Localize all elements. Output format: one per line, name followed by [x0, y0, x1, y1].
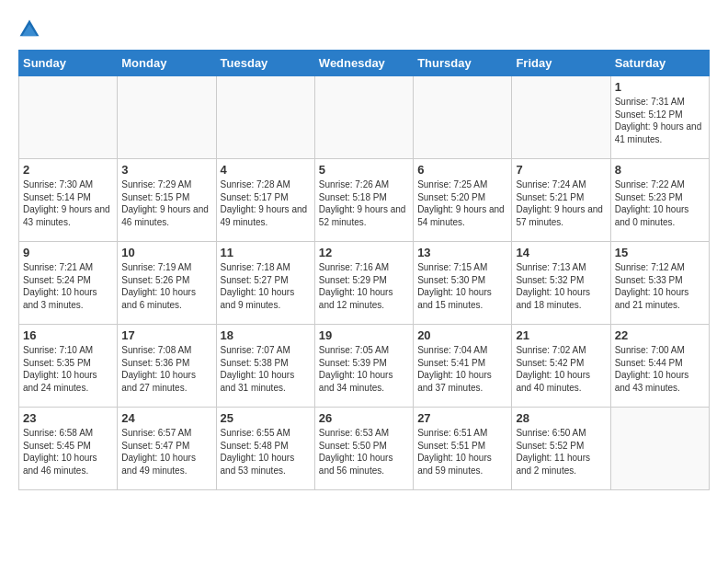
header-tuesday: Tuesday	[216, 51, 314, 76]
logo-icon	[18, 18, 40, 40]
day-number: 7	[516, 163, 606, 177]
calendar-cell: 1Sunrise: 7:31 AM Sunset: 5:12 PM Daylig…	[610, 76, 709, 159]
calendar-cell: 6Sunrise: 7:25 AM Sunset: 5:20 PM Daylig…	[414, 159, 512, 242]
day-info: Sunrise: 7:24 AM Sunset: 5:21 PM Dayligh…	[516, 178, 606, 228]
day-number: 11	[221, 246, 311, 259]
calendar-cell	[414, 76, 512, 159]
calendar-cell: 13Sunrise: 7:15 AM Sunset: 5:30 PM Dayli…	[414, 242, 512, 325]
day-info: Sunrise: 7:18 AM Sunset: 5:27 PM Dayligh…	[221, 261, 311, 311]
day-info: Sunrise: 7:29 AM Sunset: 5:15 PM Dayligh…	[121, 178, 211, 228]
calendar-cell	[216, 76, 314, 159]
day-info: Sunrise: 7:08 AM Sunset: 5:36 PM Dayligh…	[121, 344, 211, 394]
day-number: 5	[319, 163, 409, 177]
day-info: Sunrise: 7:05 AM Sunset: 5:39 PM Dayligh…	[319, 344, 409, 394]
day-number: 26	[319, 411, 409, 425]
logo	[18, 18, 44, 40]
day-info: Sunrise: 7:22 AM Sunset: 5:23 PM Dayligh…	[615, 178, 705, 228]
week-row-2: 2Sunrise: 7:30 AM Sunset: 5:14 PM Daylig…	[19, 159, 710, 242]
header-saturday: Saturday	[610, 51, 709, 76]
day-number: 12	[319, 246, 409, 259]
calendar-cell	[19, 76, 118, 159]
day-info: Sunrise: 7:13 AM Sunset: 5:32 PM Dayligh…	[516, 261, 606, 311]
day-info: Sunrise: 6:50 AM Sunset: 5:52 PM Dayligh…	[516, 427, 606, 477]
day-number: 14	[516, 246, 606, 259]
day-info: Sunrise: 7:10 AM Sunset: 5:35 PM Dayligh…	[23, 344, 113, 394]
day-info: Sunrise: 7:31 AM Sunset: 5:12 PM Dayligh…	[615, 96, 705, 145]
day-number: 3	[121, 163, 211, 177]
day-number: 18	[221, 328, 311, 342]
day-number: 24	[121, 411, 211, 425]
calendar-cell: 10Sunrise: 7:19 AM Sunset: 5:26 PM Dayli…	[118, 242, 216, 325]
calendar: SundayMondayTuesdayWednesdayThursdayFrid…	[18, 50, 710, 490]
day-number: 22	[615, 328, 705, 342]
calendar-cell: 15Sunrise: 7:12 AM Sunset: 5:33 PM Dayli…	[610, 242, 709, 325]
calendar-cell	[512, 76, 610, 159]
day-info: Sunrise: 7:19 AM Sunset: 5:26 PM Dayligh…	[121, 261, 211, 311]
day-number: 13	[417, 246, 507, 259]
calendar-header-row: SundayMondayTuesdayWednesdayThursdayFrid…	[19, 51, 710, 76]
header-monday: Monday	[118, 51, 216, 76]
day-info: Sunrise: 7:28 AM Sunset: 5:17 PM Dayligh…	[221, 178, 311, 228]
day-number: 8	[615, 163, 705, 177]
day-info: Sunrise: 7:07 AM Sunset: 5:38 PM Dayligh…	[221, 344, 311, 394]
day-number: 4	[221, 163, 311, 177]
calendar-cell: 27Sunrise: 6:51 AM Sunset: 5:51 PM Dayli…	[414, 408, 512, 490]
day-number: 15	[615, 246, 705, 259]
day-info: Sunrise: 6:55 AM Sunset: 5:48 PM Dayligh…	[221, 427, 311, 477]
calendar-cell: 26Sunrise: 6:53 AM Sunset: 5:50 PM Dayli…	[314, 408, 413, 490]
header-thursday: Thursday	[414, 51, 512, 76]
header-wednesday: Wednesday	[314, 51, 413, 76]
header	[18, 18, 710, 40]
header-sunday: Sunday	[19, 51, 118, 76]
day-number: 20	[417, 328, 507, 342]
week-row-4: 16Sunrise: 7:10 AM Sunset: 5:35 PM Dayli…	[19, 325, 710, 408]
calendar-cell: 24Sunrise: 6:57 AM Sunset: 5:47 PM Dayli…	[118, 408, 216, 490]
day-info: Sunrise: 7:30 AM Sunset: 5:14 PM Dayligh…	[23, 178, 113, 228]
day-info: Sunrise: 7:15 AM Sunset: 5:30 PM Dayligh…	[417, 261, 507, 311]
calendar-cell: 9Sunrise: 7:21 AM Sunset: 5:24 PM Daylig…	[19, 242, 118, 325]
calendar-cell: 25Sunrise: 6:55 AM Sunset: 5:48 PM Dayli…	[216, 408, 314, 490]
day-info: Sunrise: 7:00 AM Sunset: 5:44 PM Dayligh…	[615, 344, 705, 394]
day-number: 9	[23, 246, 113, 259]
calendar-cell: 5Sunrise: 7:26 AM Sunset: 5:18 PM Daylig…	[314, 159, 413, 242]
day-info: Sunrise: 7:02 AM Sunset: 5:42 PM Dayligh…	[516, 344, 606, 394]
day-info: Sunrise: 7:04 AM Sunset: 5:41 PM Dayligh…	[417, 344, 507, 394]
day-info: Sunrise: 7:26 AM Sunset: 5:18 PM Dayligh…	[319, 178, 409, 228]
day-info: Sunrise: 6:51 AM Sunset: 5:51 PM Dayligh…	[417, 427, 507, 477]
day-info: Sunrise: 7:21 AM Sunset: 5:24 PM Dayligh…	[23, 261, 113, 311]
calendar-cell: 3Sunrise: 7:29 AM Sunset: 5:15 PM Daylig…	[118, 159, 216, 242]
calendar-cell: 17Sunrise: 7:08 AM Sunset: 5:36 PM Dayli…	[118, 325, 216, 408]
day-info: Sunrise: 7:12 AM Sunset: 5:33 PM Dayligh…	[615, 261, 705, 311]
day-number: 27	[417, 411, 507, 425]
calendar-cell: 11Sunrise: 7:18 AM Sunset: 5:27 PM Dayli…	[216, 242, 314, 325]
day-number: 23	[23, 411, 113, 425]
calendar-cell: 14Sunrise: 7:13 AM Sunset: 5:32 PM Dayli…	[512, 242, 610, 325]
day-number: 19	[319, 328, 409, 342]
day-info: Sunrise: 6:53 AM Sunset: 5:50 PM Dayligh…	[319, 427, 409, 477]
day-number: 6	[417, 163, 507, 177]
day-number: 2	[23, 163, 113, 177]
week-row-3: 9Sunrise: 7:21 AM Sunset: 5:24 PM Daylig…	[19, 242, 710, 325]
day-info: Sunrise: 7:16 AM Sunset: 5:29 PM Dayligh…	[319, 261, 409, 311]
calendar-cell: 12Sunrise: 7:16 AM Sunset: 5:29 PM Dayli…	[314, 242, 413, 325]
calendar-cell: 28Sunrise: 6:50 AM Sunset: 5:52 PM Dayli…	[512, 408, 610, 490]
calendar-cell: 22Sunrise: 7:00 AM Sunset: 5:44 PM Dayli…	[610, 325, 709, 408]
week-row-5: 23Sunrise: 6:58 AM Sunset: 5:45 PM Dayli…	[19, 408, 710, 490]
calendar-cell: 2Sunrise: 7:30 AM Sunset: 5:14 PM Daylig…	[19, 159, 118, 242]
day-number: 28	[516, 411, 606, 425]
day-info: Sunrise: 7:25 AM Sunset: 5:20 PM Dayligh…	[417, 178, 507, 228]
day-number: 21	[516, 328, 606, 342]
calendar-cell: 18Sunrise: 7:07 AM Sunset: 5:38 PM Dayli…	[216, 325, 314, 408]
calendar-cell: 4Sunrise: 7:28 AM Sunset: 5:17 PM Daylig…	[216, 159, 314, 242]
calendar-cell: 21Sunrise: 7:02 AM Sunset: 5:42 PM Dayli…	[512, 325, 610, 408]
day-number: 10	[121, 246, 211, 259]
day-number: 1	[615, 80, 705, 94]
calendar-cell	[610, 408, 709, 490]
day-number: 25	[221, 411, 311, 425]
calendar-cell	[314, 76, 413, 159]
calendar-cell: 8Sunrise: 7:22 AM Sunset: 5:23 PM Daylig…	[610, 159, 709, 242]
calendar-cell: 23Sunrise: 6:58 AM Sunset: 5:45 PM Dayli…	[19, 408, 118, 490]
day-info: Sunrise: 6:58 AM Sunset: 5:45 PM Dayligh…	[23, 427, 113, 477]
header-friday: Friday	[512, 51, 610, 76]
calendar-cell: 20Sunrise: 7:04 AM Sunset: 5:41 PM Dayli…	[414, 325, 512, 408]
